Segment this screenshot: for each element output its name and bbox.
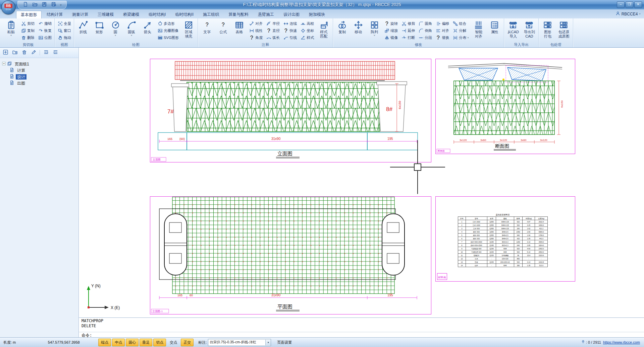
snap-perpendicular-toggle[interactable]: 垂足: [140, 339, 152, 346]
fillet-button[interactable]: 圆角: [417, 20, 433, 27]
tab-temp-structure-1[interactable]: 临时结构I: [144, 11, 170, 19]
pan-button[interactable]: 拖动: [56, 34, 72, 41]
dim-arclength-button[interactable]: 弧长: [265, 34, 281, 41]
polyline-button[interactable]: 折线: [75, 19, 91, 35]
dim-quick-button[interactable]: ?快速: [282, 27, 298, 34]
arc-button[interactable]: 圆弧˅: [124, 19, 139, 37]
tab-cantilever-construction[interactable]: 悬臂施工: [254, 11, 278, 19]
tree-item-page-group-1[interactable]: 页面组1: [2, 61, 78, 67]
tree-item-page-design[interactable]: 设计: [2, 73, 78, 80]
zoom-all-button[interactable]: 全显: [56, 20, 72, 27]
circle-button[interactable]: 圆˅: [108, 19, 123, 37]
leader-button[interactable]: 引线: [282, 34, 298, 41]
new-button[interactable]: [22, 2, 29, 8]
svg-graphic-button[interactable]: SVGSVG图形: [156, 34, 180, 41]
snap-center-toggle[interactable]: 圆心: [126, 339, 139, 346]
paste-button[interactable]: 粘贴˅: [3, 19, 19, 37]
explode-button[interactable]: 分解: [451, 27, 470, 34]
polygon-button[interactable]: 多边形: [156, 20, 180, 27]
trim-button[interactable]: 修剪: [400, 20, 416, 27]
mirror-button[interactable]: 镜像: [383, 34, 399, 41]
snap-tangent-toggle[interactable]: 切点: [153, 339, 166, 346]
region-fill-button[interactable]: 区域 填充: [181, 19, 196, 39]
page-setup-button[interactable]: 页面设置: [274, 339, 294, 346]
close-button[interactable]: ✕: [634, 1, 642, 8]
smart-align-button[interactable]: 智能 对齐: [471, 19, 486, 39]
delete-page-button[interactable]: [21, 49, 28, 56]
mod-copy-button[interactable]: 复制: [334, 19, 350, 35]
rotate-button[interactable]: ?旋转: [383, 20, 399, 27]
style-match-button[interactable]: 样式 匹配: [316, 19, 331, 39]
dim-aligned-button[interactable]: 对齐: [248, 20, 264, 27]
section-viewport[interactable]: 3x120 3x60 3x120 3x60 3x120 6x150 断面图 断面…: [435, 59, 575, 154]
tree-item-page-calc[interactable]: 计算: [2, 67, 78, 73]
snap-endpoint-toggle[interactable]: 端点: [98, 339, 111, 346]
cad-import-button[interactable]: CAD从CAD 导入: [505, 19, 521, 39]
distribute-button[interactable]: 分布˅: [451, 34, 470, 41]
copy-button[interactable]: 复制: [19, 27, 36, 34]
break-button[interactable]: 打断: [400, 34, 416, 41]
zoom-window-button[interactable]: 窗口: [56, 27, 72, 34]
plan-viewport[interactable]: 165 60 31x90 195 平面图 立面图-1: [150, 196, 431, 314]
array-button[interactable]: 阵列˅: [367, 19, 382, 37]
redo-button[interactable]: ↷恢复: [37, 27, 53, 34]
app-logo[interactable]: RB CCE: [1, 0, 15, 14]
chamfer-button[interactable]: 倒角: [417, 27, 433, 34]
undo-button[interactable]: ↶撤销: [37, 20, 53, 27]
tab-structure-calc[interactable]: 结构计算: [42, 11, 67, 19]
elevation-mark-button[interactable]: 高程: [299, 20, 315, 27]
website-link[interactable]: https://www.rbcce.com: [603, 340, 640, 344]
extend-button[interactable]: 延伸: [400, 27, 416, 34]
cad-export-button[interactable]: CAD导出到 CAD: [522, 19, 537, 39]
tab-modeling-3d[interactable]: 三维建模: [93, 11, 118, 19]
add-page-button[interactable]: [11, 49, 18, 56]
text-button[interactable]: ?文字: [199, 19, 215, 35]
cut-button[interactable]: 剪切: [19, 20, 36, 27]
dim-style-button[interactable]: 样式: [299, 34, 315, 41]
dim-radius-button[interactable]: 半径: [265, 20, 281, 27]
mod-align-button[interactable]: 对齐: [434, 27, 450, 34]
pack-restore-button[interactable]: 包还原 成原图: [556, 19, 572, 39]
command-window[interactable]: MATCHPROP DELETE 命令:: [79, 317, 644, 337]
save-button[interactable]: [41, 2, 47, 8]
ortho-toggle[interactable]: 正交: [181, 339, 194, 346]
collapse-all-button[interactable]: [52, 49, 59, 56]
expand-all-button[interactable]: [43, 49, 49, 56]
offset-button[interactable]: 偏移: [434, 20, 450, 27]
tree-item-page-output[interactable]: 出图: [2, 80, 78, 86]
coordinate-mark-button[interactable]: 坐标: [299, 27, 315, 34]
segment-button[interactable]: 分段: [417, 34, 433, 41]
dim-diameter-button[interactable]: ?直径: [265, 27, 281, 34]
tab-basic-graphics[interactable]: 基本图形: [16, 11, 42, 19]
rectangle-button[interactable]: 矩形: [92, 19, 107, 35]
tree-expander-icon[interactable]: [2, 62, 6, 66]
dim-linear-button[interactable]: 线性: [248, 27, 264, 34]
table-button[interactable]: 表格: [231, 19, 247, 35]
tab-addon-modules[interactable]: 附加模块: [305, 11, 329, 19]
move-button[interactable]: 移动: [351, 19, 366, 35]
replace-button[interactable]: ?替换: [434, 34, 450, 41]
drawing-canvas[interactable]: 7# 8# 165 (60) 31x90 195 6x150 立面图 立面图: [79, 48, 644, 317]
arrow-button[interactable]: 箭头: [140, 19, 155, 35]
add-page-group-button[interactable]: [2, 49, 9, 56]
formula-button[interactable]: ?公式: [215, 19, 231, 35]
delete-button[interactable]: 删除: [19, 34, 36, 41]
tab-survey-calc[interactable]: 测量计算: [68, 11, 93, 19]
dim-angle-button[interactable]: ?角度: [248, 34, 264, 41]
tab-temp-structure-2[interactable]: 临时结构II: [171, 11, 198, 19]
snap-intersection-toggle[interactable]: 交点: [167, 339, 180, 346]
annotation-style-select[interactable]: 仿宋(0.75)-0.35-cm-斜线-洋红 ▾: [208, 339, 271, 346]
open-button[interactable]: [32, 2, 38, 8]
save-as-button[interactable]: [51, 2, 57, 8]
snap-midpoint-toggle[interactable]: 中点: [112, 339, 125, 346]
properties-button[interactable]: 属性: [487, 19, 502, 35]
pack-graphics-button[interactable]: 图形 打包: [540, 19, 555, 39]
raster-image-button[interactable]: 光栅图像: [156, 27, 180, 34]
bitmap-button[interactable]: 位图: [37, 34, 53, 41]
tab-quantity-materials[interactable]: 算量与配料: [224, 11, 253, 19]
scale-button[interactable]: 缩放: [383, 27, 399, 34]
qat-dropdown-icon[interactable]: ▿: [60, 3, 62, 7]
account-menu[interactable]: RBCCE4 ˅: [615, 11, 641, 17]
tab-construction-org[interactable]: 施工组织: [199, 11, 223, 19]
dim-continue-button[interactable]: 连续: [282, 20, 298, 27]
